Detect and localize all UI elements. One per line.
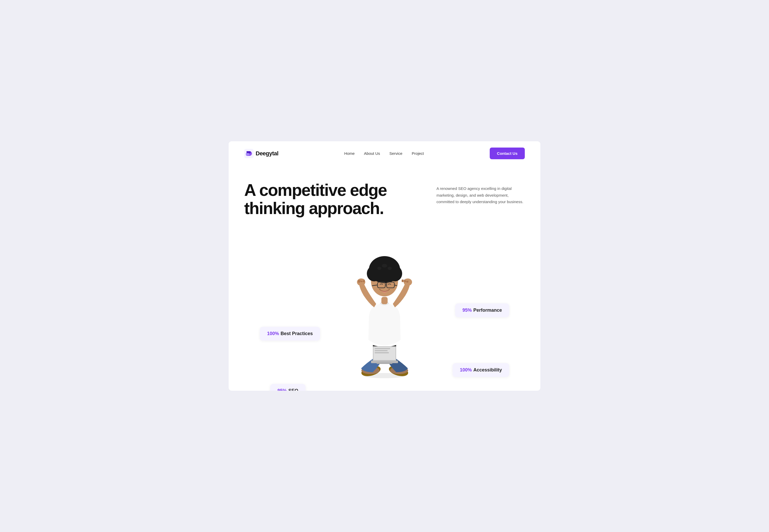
badge-accessibility: 100% Accessibility (453, 363, 509, 377)
svg-rect-20 (381, 297, 388, 304)
svg-point-30 (382, 264, 387, 268)
logo[interactable]: Deegytal (244, 149, 279, 158)
svg-rect-40 (375, 348, 390, 349)
nav-item-about[interactable]: About Us (364, 151, 380, 156)
nav-item-service[interactable]: Service (389, 151, 402, 156)
hero-description: A renowned SEO agency excelling in digit… (436, 185, 525, 205)
svg-rect-41 (375, 350, 388, 351)
svg-rect-14 (361, 279, 364, 281)
nav-item-home[interactable]: Home (344, 151, 355, 156)
hero-headline: A competitive edge thinking approach. (244, 181, 387, 218)
svg-rect-44 (377, 363, 392, 364)
svg-rect-42 (375, 352, 389, 353)
svg-rect-18 (402, 280, 404, 282)
svg-point-28 (377, 267, 381, 270)
svg-rect-11 (358, 280, 360, 283)
hero-visual-area: 100% Best Practices 95% Performance 100%… (244, 228, 525, 379)
person-svg (340, 233, 429, 379)
svg-point-29 (388, 267, 392, 270)
hero-person (340, 233, 429, 379)
svg-rect-37 (387, 282, 394, 288)
nav-item-project[interactable]: Project (412, 151, 424, 156)
logo-text: Deegytal (256, 150, 279, 157)
page-container: Deegytal Home About Us Service Project C… (229, 141, 540, 391)
badge-performance: 95% Performance (455, 303, 509, 317)
hero-section: A competitive edge thinking approach. A … (229, 165, 540, 379)
svg-rect-19 (405, 279, 408, 281)
contact-us-button[interactable]: Contact Us (490, 148, 525, 159)
navbar: Deegytal Home About Us Service Project C… (229, 141, 540, 165)
badge-seo: 95% SEO (270, 384, 306, 391)
svg-rect-36 (377, 282, 385, 288)
nav-links: Home About Us Service Project (344, 151, 424, 156)
badge-best-practices: 100% Best Practices (260, 327, 320, 341)
logo-icon (244, 149, 254, 158)
hero-top: A competitive edge thinking approach. A … (244, 181, 525, 218)
